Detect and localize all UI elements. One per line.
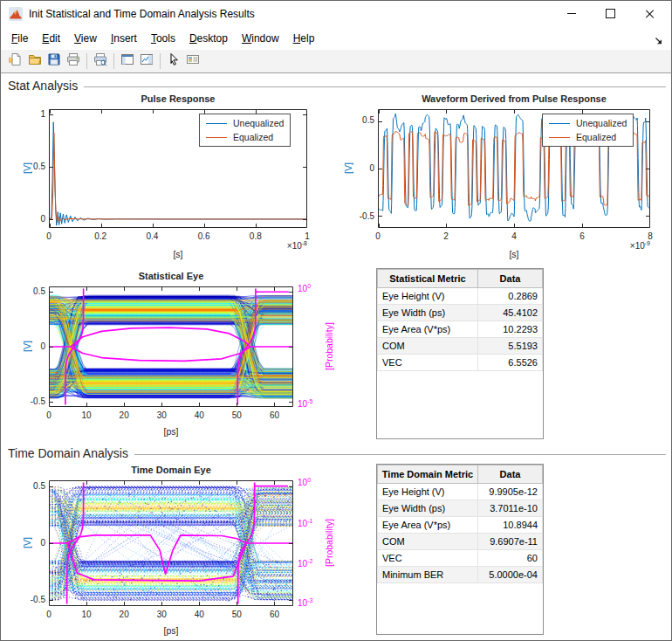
y-tick-label: 0.5 <box>21 162 45 171</box>
exponent-value: -9 <box>645 240 650 246</box>
time-domain-eye-plot-area[interactable] <box>49 480 293 606</box>
table-row: Eye Width (ps)3.7011e-10 <box>378 500 543 517</box>
x-tick-label: 60 <box>270 410 279 420</box>
legend-entry: Equalized <box>549 132 627 142</box>
matlab-figure-window: Init Statistical and Time Domain Analysi… <box>0 0 672 641</box>
metric-name-cell[interactable]: Eye Area (V*ps) <box>378 517 478 534</box>
column-header-data: Data <box>478 270 543 288</box>
menu-edit[interactable]: Edit <box>35 29 67 48</box>
waveform-title: Waveform Derived from Pulse Response <box>378 93 650 104</box>
table-header-row: Time Domain MetricData <box>378 465 543 484</box>
time-domain-metrics-table: Time Domain MetricDataEye Height (V)9.99… <box>376 464 544 635</box>
print-figure-icon <box>66 52 80 70</box>
x-tick-label: 20 <box>120 610 129 619</box>
pulse-response-chart: Pulse Response [V] [s] ×10-8 Unequalized… <box>8 91 331 265</box>
time-domain-eye-title: Time Domain Eye <box>49 465 293 475</box>
legend-line-swatch <box>549 123 570 124</box>
toolbar <box>1 50 671 73</box>
probability-tick-label: 10-5 <box>298 398 312 409</box>
metric-name-cell[interactable]: Eye Area (V*ps) <box>378 321 478 338</box>
toolbar-separator <box>160 53 161 69</box>
menu-tools[interactable]: Tools <box>144 29 182 48</box>
plot-browser-button[interactable] <box>137 52 156 71</box>
y-tick-label: 0.5 <box>21 286 45 296</box>
metric-name-cell[interactable]: Eye Height (V) <box>378 484 478 500</box>
print-preview-button[interactable] <box>91 52 110 71</box>
table-row: VEC6.5526 <box>378 355 543 371</box>
show-plot-tools-icon <box>120 52 134 70</box>
menu-insert[interactable]: Insert <box>104 29 144 48</box>
title-bar[interactable]: Init Statistical and Time Domain Analysi… <box>1 1 671 27</box>
metric-name-cell[interactable]: COM <box>378 534 478 550</box>
legend-entry: Unequalized <box>206 118 284 128</box>
statistical-eye-title: Statistical Eye <box>49 271 293 281</box>
open-file-button[interactable] <box>25 52 45 71</box>
table-row: COM9.6907e-11 <box>378 534 543 550</box>
table-row: Minimum BER5.0000e-04 <box>378 567 543 583</box>
pulse-legend[interactable]: UnequalizedEqualized <box>199 114 291 147</box>
metric-value-cell[interactable]: 9.6907e-11 <box>478 534 543 550</box>
statistical-eye-plot-area[interactable] <box>49 286 293 407</box>
x-tick-label: 60 <box>270 610 279 619</box>
metric-value-cell[interactable]: 0.2869 <box>478 288 543 305</box>
metric-name-cell[interactable]: Eye Height (V) <box>378 288 478 305</box>
metric-name-cell[interactable]: VEC <box>378 550 478 567</box>
y-tick-label: 0.5 <box>350 115 374 125</box>
menu-help[interactable]: Help <box>286 29 322 48</box>
exponent-coefficient: ×10 <box>287 241 302 251</box>
time-domain-eye-x-axis-label: [ps] <box>49 625 293 636</box>
section-divider-line <box>134 454 666 455</box>
metric-name-cell[interactable]: Minimum BER <box>378 567 478 583</box>
statistical-metrics-table: Statistical MetricDataEye Height (V)0.28… <box>376 268 544 439</box>
menubar-shortcut-arrow-icon[interactable] <box>654 34 664 45</box>
minimize-button[interactable] <box>552 1 591 26</box>
waveform-x-axis-exponent: ×10-9 <box>598 240 650 251</box>
close-button[interactable] <box>630 1 669 26</box>
edit-plot-button[interactable] <box>164 52 183 71</box>
legend-line-swatch <box>206 123 227 124</box>
table-row: Eye Area (V*ps)10.2293 <box>378 321 543 338</box>
x-tick-label: 20 <box>120 410 129 420</box>
x-tick-label: 0 <box>375 231 381 241</box>
y-tick-label: 0.5 <box>21 481 45 491</box>
metric-value-cell[interactable]: 6.5526 <box>478 355 543 371</box>
y-tick-label: -0.5 <box>21 396 45 406</box>
metric-value-cell[interactable]: 10.2293 <box>478 321 543 338</box>
print-preview-icon <box>93 52 107 70</box>
y-tick-label: -0.5 <box>350 211 374 221</box>
menu-view[interactable]: View <box>67 29 104 48</box>
metric-name-cell[interactable]: Eye Width (ps) <box>378 305 478 321</box>
insert-legend-button[interactable] <box>183 52 202 71</box>
metric-value-cell[interactable]: 60 <box>478 550 543 567</box>
time-domain-eye-probability-axis-label: [Probability] <box>324 480 334 606</box>
maximize-icon <box>606 9 615 18</box>
x-tick-label: 0 <box>46 410 51 420</box>
legend-entry: Unequalized <box>549 118 627 128</box>
time-domain-eye-chart: Time Domain Eye [V] [Probability] [ps] 0… <box>8 462 357 641</box>
x-tick-label: 10 <box>82 610 92 619</box>
metric-name-cell[interactable]: Eye Width (ps) <box>378 500 478 517</box>
menu-desktop[interactable]: Desktop <box>182 29 235 48</box>
show-plot-tools-button[interactable] <box>118 52 137 71</box>
metric-name-cell[interactable]: COM <box>378 338 478 355</box>
x-tick-label: 0.6 <box>198 231 210 241</box>
metric-name-cell[interactable]: VEC <box>378 355 478 371</box>
metric-value-cell[interactable]: 3.7011e-10 <box>478 500 543 517</box>
menu-file[interactable]: File <box>4 29 35 48</box>
menu-window[interactable]: Window <box>235 29 286 48</box>
x-tick-label: 50 <box>232 410 242 420</box>
statistical-eye-x-axis-label: [ps] <box>49 426 293 437</box>
metric-value-cell[interactable]: 5.0000e-04 <box>478 567 543 583</box>
metric-value-cell[interactable]: 10.8944 <box>478 517 543 534</box>
metric-value-cell[interactable]: 45.4102 <box>478 305 543 321</box>
table-row: Eye Area (V*ps)10.8944 <box>378 517 543 534</box>
print-figure-button[interactable] <box>64 52 83 71</box>
maximize-button[interactable] <box>591 1 630 26</box>
new-figure-button[interactable] <box>6 52 25 71</box>
metric-value-cell[interactable]: 5.5193 <box>478 338 543 355</box>
probability-tick-label: 100 <box>298 477 311 487</box>
metric-value-cell[interactable]: 9.9905e-12 <box>478 484 543 500</box>
save-figure-button[interactable] <box>45 52 64 71</box>
waveform-legend[interactable]: UnequalizedEqualized <box>542 114 634 147</box>
legend-line-swatch <box>549 137 570 138</box>
